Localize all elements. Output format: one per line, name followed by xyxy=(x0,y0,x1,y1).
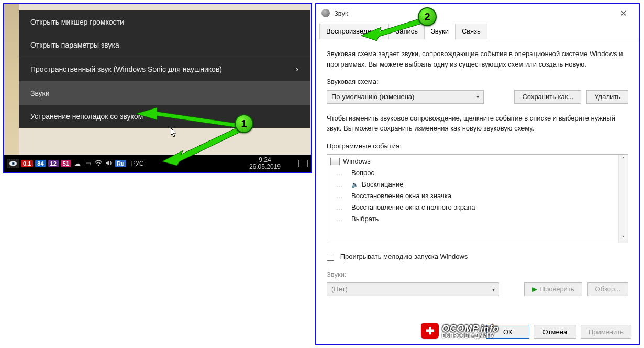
windows-taskbar: 0.1 84 12 51 ☁ ▭ Ru РУС 9:24 26.05.2019 xyxy=(4,155,311,172)
keyboard-layout-badge[interactable]: Ru xyxy=(115,160,126,167)
watermark-site: OCOMP.info xyxy=(442,323,499,334)
chevron-down-icon: ▾ xyxy=(492,286,495,293)
event-item[interactable]: … 🔈 Восклицание xyxy=(327,179,618,190)
menu-open-volume-mixer[interactable]: Открыть микшер громкости xyxy=(19,10,310,34)
tree-line-icon: … xyxy=(330,202,348,213)
dialog-title: Звук xyxy=(334,9,348,17)
menu-item-label: Устранение неполадок со звуком xyxy=(30,112,143,121)
watermark-tagline: ВОПРОСЫ АДМИНУ xyxy=(442,333,499,339)
menu-item-label: Звуки xyxy=(30,89,50,97)
event-item[interactable]: … Вопрос xyxy=(327,167,618,179)
button-label: ОК xyxy=(503,328,513,336)
event-label: Восстановление окна с полного экрана xyxy=(351,202,475,213)
tree-line-icon: … xyxy=(330,191,348,201)
menu-item-label: Открыть микшер громкости xyxy=(30,18,124,26)
button-label: Отмена xyxy=(543,328,568,336)
tab-label: Связь xyxy=(462,27,481,35)
tab-label: Звуки xyxy=(431,27,449,35)
annotation-badge-1: 1 xyxy=(235,114,253,133)
sound-dialog-icon xyxy=(321,9,330,17)
browse-button[interactable]: Обзор... xyxy=(587,282,628,296)
sound-assigned-icon: 🔈 xyxy=(351,180,359,189)
event-item[interactable]: … Выбрать xyxy=(327,213,618,225)
menu-item-label: Пространственный звук (Windows Sonic для… xyxy=(30,65,222,73)
taskbar-stat-purple[interactable]: 12 xyxy=(48,160,59,167)
checkbox-unchecked-icon[interactable] xyxy=(327,254,334,261)
battery-icon[interactable]: ▭ xyxy=(84,160,92,167)
button-label: Применить xyxy=(589,328,624,336)
scroll-up-icon[interactable]: ˄ xyxy=(622,156,625,164)
delete-button[interactable]: Удалить xyxy=(586,90,628,104)
taskbar-stat-blue[interactable]: 84 xyxy=(35,160,46,167)
events-scrollbar[interactable]: ˄ ˅ xyxy=(618,155,628,243)
action-center-icon[interactable] xyxy=(298,160,308,167)
chevron-right-icon: › xyxy=(296,64,298,74)
watermark-flag-icon: ✚ xyxy=(421,323,439,339)
combo-value: (Нет) xyxy=(331,284,348,295)
taskbar-language[interactable]: РУС xyxy=(131,160,144,167)
event-item[interactable]: … Восстановление окна из значка xyxy=(327,190,618,202)
dialog-footer: ОК Отмена Применить xyxy=(486,325,631,339)
windows-node-icon xyxy=(330,158,340,165)
event-item[interactable]: … Восстановление окна с полного экрана xyxy=(327,202,618,213)
menu-sounds[interactable]: Звуки xyxy=(19,82,310,105)
onedrive-icon[interactable]: ☁ xyxy=(73,160,82,167)
sounds-label: Звуки: xyxy=(327,269,628,280)
button-label: Обзор... xyxy=(595,284,620,295)
annotation-arrow-1b xyxy=(162,126,246,168)
annotation-badge-2: 2 xyxy=(418,7,437,26)
tree-line-icon: … xyxy=(330,168,348,178)
sound-dialog-window: Звук ✕ Воспроизведение Запись Звуки Связ… xyxy=(315,3,640,345)
site-watermark: ✚ OCOMP.info ВОПРОСЫ АДМИНУ xyxy=(421,323,499,339)
eye-icon[interactable] xyxy=(7,159,19,168)
chevron-down-icon: ▾ xyxy=(476,93,479,101)
event-node-windows[interactable]: Windows xyxy=(327,156,618,167)
combo-value: По умолчанию (изменена) xyxy=(331,92,414,102)
event-label: Восстановление окна из значка xyxy=(351,191,451,201)
badge-number: 2 xyxy=(424,11,430,23)
checkbox-label: Проигрывать мелодию запуска Windows xyxy=(340,253,468,260)
close-button[interactable]: ✕ xyxy=(613,8,634,18)
svg-marker-5 xyxy=(162,126,242,166)
wifi-icon[interactable] xyxy=(94,160,103,168)
program-events-list[interactable]: Windows … Вопрос … 🔈 Восклицание … Восст… xyxy=(327,154,628,243)
menu-spatial-sound[interactable]: Пространственный звук (Windows Sonic для… xyxy=(19,57,310,81)
scheme-label: Звуковая схема: xyxy=(327,77,628,87)
badge-number: 1 xyxy=(241,118,247,130)
volume-icon[interactable] xyxy=(105,160,113,168)
play-icon: ▶ xyxy=(532,284,537,295)
tree-line-icon: … xyxy=(330,214,348,224)
event-label: Выбрать xyxy=(351,214,379,224)
taskbar-stat-red[interactable]: 0.1 xyxy=(21,160,33,167)
left-screenshot-panel: Открыть микшер громкости Открыть парамет… xyxy=(3,3,312,173)
event-label: Восклицание xyxy=(362,179,403,190)
desktop-background-strip xyxy=(4,4,19,172)
sound-file-combo[interactable]: (Нет) ▾ xyxy=(327,282,499,296)
button-label: Сохранить как... xyxy=(522,92,573,102)
event-label: Windows xyxy=(343,156,371,167)
scheme-description: Звуковая схема задает звуки, сопровождаю… xyxy=(327,49,628,69)
events-description: Чтобы изменить звуковое сопровождение, щ… xyxy=(327,113,628,134)
cancel-button[interactable]: Отмена xyxy=(534,325,576,339)
events-label: Программные события: xyxy=(327,141,628,151)
button-label: Проверить xyxy=(540,284,574,295)
menu-item-label: Открыть параметры звука xyxy=(30,41,119,49)
svg-marker-4 xyxy=(136,107,236,127)
dialog-body: Звуковая схема задает звуки, сопровождаю… xyxy=(316,39,639,301)
scroll-down-icon[interactable]: ˅ xyxy=(622,234,625,242)
svg-point-2 xyxy=(13,163,14,164)
menu-open-sound-settings[interactable]: Открыть параметры звука xyxy=(19,34,310,57)
taskbar-clock[interactable]: 9:24 26.05.2019 xyxy=(249,157,296,170)
taskbar-stat-pink[interactable]: 51 xyxy=(61,160,71,167)
svg-point-3 xyxy=(98,164,99,165)
taskbar-date: 26.05.2019 xyxy=(249,164,281,170)
startup-sound-option[interactable]: Проигрывать мелодию запуска Windows xyxy=(327,252,628,262)
tab-communications[interactable]: Связь xyxy=(455,24,487,39)
sound-scheme-combo[interactable]: По умолчанию (изменена) ▾ xyxy=(327,90,484,104)
save-as-button[interactable]: Сохранить как... xyxy=(514,90,581,104)
apply-button[interactable]: Применить xyxy=(581,325,631,339)
svg-marker-6 xyxy=(361,17,425,41)
button-label: Удалить xyxy=(594,92,620,102)
test-button[interactable]: ▶ Проверить xyxy=(524,282,582,296)
tree-line-icon: … xyxy=(330,179,348,190)
